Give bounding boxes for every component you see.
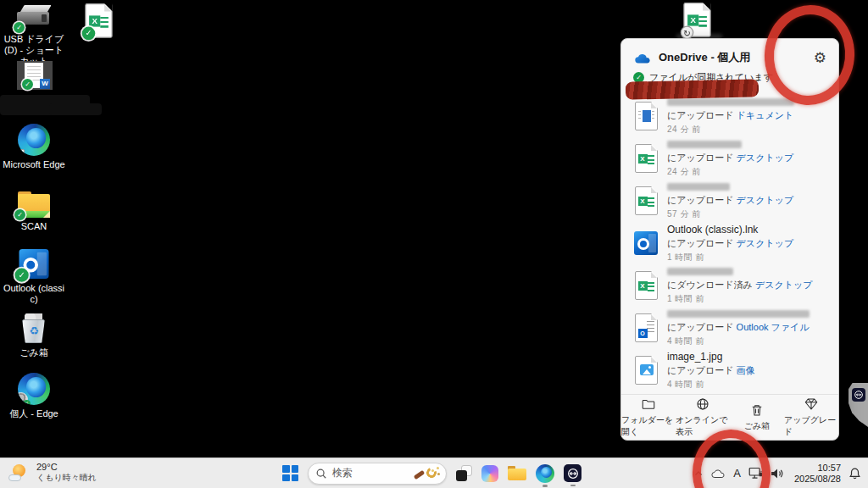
file-action: にアップロード (667, 152, 734, 163)
onedrive-tray-button[interactable] (710, 469, 726, 479)
network-icon (748, 467, 763, 480)
file-name: Outlook (classic).lnk (667, 224, 828, 236)
file-time: 1 時間 前 (667, 252, 828, 263)
tray-overflow-chevron[interactable] (694, 470, 703, 477)
notification-center-button[interactable] (849, 467, 861, 480)
redacted-file-name (667, 310, 810, 318)
clock[interactable]: 10:57 2025/08/28 (794, 463, 841, 485)
view-online-button[interactable]: オンラインで表示 (676, 396, 730, 438)
word-doc-thumbnail-icon: W ✓ (17, 61, 53, 90)
onedrive-cloud-icon (710, 469, 726, 479)
file-location-link[interactable]: デスクトップ (755, 280, 813, 290)
synced-badge-icon: ✓ (15, 269, 29, 282)
file-explorer-icon (508, 466, 526, 480)
file-location-link[interactable]: 画像 (737, 365, 755, 375)
desktop-icon-label: ごみ箱 (19, 347, 48, 358)
image-file-icon (635, 356, 658, 385)
file-action: にアップロード (667, 195, 734, 205)
weather-condition: くもり時々晴れ (36, 472, 97, 484)
folder-icon (641, 396, 656, 412)
file-item[interactable]: image_1.jpg にアップロード 画像 4 時間 前 (621, 349, 838, 391)
folder-icon: ✓ (18, 191, 50, 218)
panel-title: OneDrive - 個人用 (659, 50, 750, 65)
network-tray-button[interactable] (748, 467, 763, 480)
copilot-button[interactable] (481, 465, 498, 482)
desktop-icon-usb-drive[interactable]: ✓ USB ドライブ (D) - ショートカット (0, 5, 68, 67)
recent-files-list: にアップロード ドキュメント 24 分 前 X にアップロード デスクトップ 2… (621, 95, 838, 391)
desktop-icon-outlook-classic[interactable]: ✓ Outlook (classic) (0, 249, 68, 305)
annotation-scribble-redaction (626, 79, 759, 99)
file-action: にアップロード (667, 238, 734, 248)
file-location-link[interactable]: デスクトップ (737, 195, 794, 205)
running-indicator (570, 485, 576, 487)
copilot-icon (481, 465, 498, 482)
ime-mode-letter: A (733, 467, 741, 480)
start-button[interactable] (282, 465, 298, 481)
synced-badge-icon: ✓ (14, 22, 25, 33)
upgrade-button[interactable]: アップグレード (784, 396, 838, 438)
speaker-icon (771, 468, 784, 480)
action-label: フォルダーを開く (621, 414, 676, 438)
synced-badge-icon: ✓ (14, 209, 25, 220)
volume-tray-button[interactable] (771, 468, 784, 480)
file-location-link[interactable]: ドキュメント (737, 110, 794, 120)
desktop-icon-word-doc[interactable]: W ✓ (8, 61, 61, 90)
teamviewer-edge-flap[interactable] (849, 383, 868, 427)
desktop-icon-scan-folder[interactable]: ✓ SCAN (0, 191, 68, 232)
excel-file-icon: X (635, 271, 658, 300)
desktop-icon-personal-edge[interactable]: 個人 - Edge (0, 373, 68, 419)
file-location-link[interactable]: デスクトップ (737, 238, 794, 248)
desktop-icon-excel-syncing[interactable]: X ↻ (673, 3, 721, 31)
weather-temp: 29°C (36, 462, 97, 472)
desktop-icon-label: Outlook (classic) (1, 283, 67, 305)
file-item[interactable]: X にアップロード デスクトップ 57 分 前 (621, 180, 838, 222)
windows-logo-icon (282, 465, 298, 481)
settings-gear-button[interactable]: ⚙ (814, 51, 826, 65)
desktop-icon-label: SCAN (21, 221, 47, 232)
desktop-icon-recycle-bin[interactable]: ♻ ごみ箱 (0, 313, 68, 358)
weather-widget[interactable]: 29°C くもり時々晴れ (8, 462, 97, 484)
recycle-symbol: ♻ (21, 324, 47, 337)
file-item[interactable]: にアップロード ドキュメント 24 分 前 (621, 95, 838, 137)
chevron-up-icon (694, 470, 703, 477)
outlook-icon (634, 231, 658, 255)
search-box[interactable]: 検索 (308, 463, 447, 485)
excel-file-icon: X (635, 186, 658, 215)
desktop-icon-label: Microsoft Edge (3, 159, 64, 170)
windows-desktop: ✓ USB ドライブ (D) - ショートカット X ✓ W ✓ ↗ Micro… (0, 0, 868, 488)
teamviewer-button[interactable] (564, 464, 581, 482)
weather-icon (8, 463, 31, 482)
recycle-bin-button[interactable]: ごみ箱 (730, 402, 784, 432)
file-item[interactable]: Outlook (classic).lnk にアップロード デスクトップ 1 時… (621, 222, 838, 264)
tray-date: 2025/08/28 (794, 474, 841, 485)
desktop-icon-excel-file[interactable]: X ✓ (78, 3, 119, 32)
file-time: 4 時間 前 (667, 379, 828, 391)
file-action: にアップロード (667, 110, 734, 120)
file-action: にアップロード (667, 365, 734, 375)
excel-file-icon: X ↻ (683, 3, 710, 37)
desktop-icon-microsoft-edge[interactable]: ↗ Microsoft Edge (0, 124, 68, 170)
edge-browser-button[interactable] (536, 464, 554, 483)
file-explorer-button[interactable] (508, 466, 526, 480)
file-item[interactable]: X にダウンロード済み デスクトップ 1 時間 前 (621, 264, 838, 307)
open-folder-button[interactable]: フォルダーを開く (621, 396, 676, 438)
ime-mode-button[interactable]: A (733, 467, 741, 480)
search-icon (315, 468, 327, 480)
file-action: にダウンロード済み (667, 280, 753, 290)
outlook-letter: O (638, 329, 648, 338)
trash-icon (749, 402, 765, 418)
teamviewer-icon (564, 464, 581, 482)
outlook-icon: ✓ (19, 249, 49, 279)
profile-avatar (18, 392, 28, 405)
teamviewer-icon (852, 388, 865, 402)
shortcut-arrow-icon: ↗ (18, 149, 25, 156)
panel-action-bar: フォルダーを開く オンラインで表示 ごみ箱 アップグレード (621, 394, 838, 440)
task-view-icon (456, 465, 472, 481)
excel-letter: X (89, 15, 100, 26)
file-location-link[interactable]: Outlook ファイル (737, 322, 810, 332)
task-view-button[interactable] (456, 465, 472, 481)
file-item[interactable]: X にアップロード デスクトップ 24 分 前 (621, 137, 838, 180)
file-location-link[interactable]: デスクトップ (737, 152, 794, 163)
excel-letter: X (638, 154, 648, 164)
file-item[interactable]: O にアップロード Outlook ファイル 4 時間 前 (621, 307, 838, 349)
